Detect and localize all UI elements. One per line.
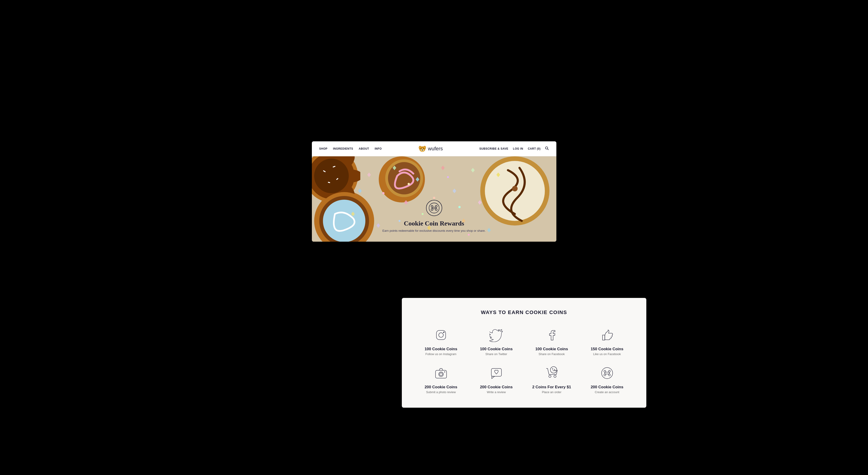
cookie-2-svg <box>383 157 425 199</box>
nav-subscribe[interactable]: SUBSCRIBE & SAVE <box>479 147 508 150</box>
site-logo[interactable]: wufers <box>418 145 443 153</box>
hero-section: Cookie Coin Rewards Earn points redeemab… <box>312 156 556 242</box>
svg-point-56 <box>435 209 437 211</box>
svg-point-72 <box>554 375 556 377</box>
earn-item-place-order-label: Place an order <box>542 390 561 394</box>
browser-card: SHOP INGREDIENTS ABOUT INFO <box>312 141 556 242</box>
svg-point-52 <box>429 203 439 213</box>
earn-item-instagram-coins: 100 Cookie Coins <box>425 347 457 351</box>
facebook-icon <box>545 328 559 342</box>
svg-point-22 <box>388 162 420 194</box>
earn-item-photo-review[interactable]: 200 Cookie Coins Submit a photo review <box>416 365 466 394</box>
svg-point-70 <box>555 370 555 371</box>
svg-point-76 <box>604 374 606 376</box>
svg-point-8 <box>422 150 423 150</box>
svg-point-68 <box>554 369 555 370</box>
earn-item-twitter[interactable]: 100 Cookie Coins Share on Twitter <box>471 327 522 356</box>
earn-item-facebook-share[interactable]: 100 Cookie Coins Share on Facebook <box>526 327 577 356</box>
earn-item-write-review-label: Write a review <box>487 390 506 394</box>
svg-point-71 <box>549 375 551 377</box>
svg-point-74 <box>604 370 606 372</box>
earn-item-twitter-label: Share on Twitter <box>485 352 507 356</box>
earn-item-write-review[interactable]: 200 Cookie Coins Write a review <box>471 365 522 394</box>
svg-rect-78 <box>605 372 610 374</box>
search-button[interactable] <box>545 147 549 151</box>
heart-message-icon-wrap <box>488 365 504 381</box>
earn-item-create-account-label: Create an account <box>595 390 619 394</box>
hero-content: Cookie Coin Rewards Earn points redeemab… <box>382 200 486 232</box>
svg-point-73 <box>601 368 613 379</box>
svg-point-77 <box>609 374 610 376</box>
earn-item-facebook-like-coins: 150 Cookie Coins <box>591 347 623 351</box>
logo-text: wufers <box>428 146 443 152</box>
svg-marker-40 <box>471 168 475 172</box>
twitter-icon <box>490 328 503 342</box>
earn-item-photo-review-coins: 200 Cookie Coins <box>425 385 457 389</box>
nav-about[interactable]: ABOUT <box>359 147 369 150</box>
svg-point-54 <box>435 205 437 207</box>
nav-left: SHOP INGREDIENTS ABOUT INFO <box>319 147 382 150</box>
svg-rect-61 <box>435 370 446 378</box>
svg-marker-37 <box>441 165 445 170</box>
camera-icon-wrap <box>433 365 449 381</box>
instagram-icon <box>434 328 448 342</box>
earn-item-instagram-label: Follow us on Instagram <box>425 352 456 356</box>
svg-point-60 <box>443 331 444 333</box>
nav-info[interactable]: INFO <box>375 147 382 150</box>
bone-icon <box>428 202 440 214</box>
earn-item-place-order[interactable]: 2 Coins For Every $1 Place an order <box>526 365 577 394</box>
earn-section-title: WAYS TO EARN COOKIE COINS <box>416 310 632 315</box>
svg-marker-29 <box>367 172 371 177</box>
earn-item-create-account[interactable]: 200 Cookie Coins Create an account <box>582 365 632 394</box>
nav-right: SUBSCRIBE & SAVE LOG IN CART (0) <box>479 147 549 151</box>
earn-item-twitter-coins: 100 Cookie Coins <box>480 347 513 351</box>
svg-point-66 <box>550 367 557 373</box>
earn-item-facebook-like-label: Like us on Facebook <box>593 352 621 356</box>
camera-icon <box>434 366 448 380</box>
twitter-icon-wrap <box>488 327 504 343</box>
earn-item-instagram[interactable]: 100 Cookie Coins Follow us on Instagram <box>416 327 466 356</box>
nav-login[interactable]: LOG IN <box>513 147 523 150</box>
facebook-icon-wrap <box>544 327 560 343</box>
svg-point-7 <box>423 148 424 149</box>
svg-point-63 <box>440 373 442 376</box>
earn-grid: 100 Cookie Coins Follow us on Instagram … <box>416 327 632 394</box>
earn-item-photo-review-label: Submit a photo review <box>426 390 456 394</box>
svg-point-28 <box>323 200 365 242</box>
svg-point-48 <box>433 197 435 199</box>
cookie-coin-icon-wrap <box>599 365 615 381</box>
svg-point-6 <box>421 148 422 149</box>
nav-shop[interactable]: SHOP <box>319 147 328 150</box>
earn-item-create-account-coins: 200 Cookie Coins <box>591 385 623 389</box>
hero-subtitle: Earn points redeemable for exclusive dis… <box>382 229 486 232</box>
svg-rect-65 <box>491 369 501 376</box>
shopping-cart-icon <box>545 366 559 380</box>
svg-point-59 <box>439 333 443 337</box>
search-icon <box>545 147 549 150</box>
heart-message-icon <box>490 366 503 380</box>
nav-cart[interactable]: CART (0) <box>528 147 540 150</box>
svg-point-51 <box>468 234 470 236</box>
svg-point-16 <box>314 159 349 193</box>
hero-title: Cookie Coin Rewards <box>382 220 486 227</box>
thumbs-up-icon <box>600 328 614 342</box>
svg-marker-32 <box>376 223 380 228</box>
svg-point-9 <box>546 147 548 149</box>
coin-icon <box>426 200 442 216</box>
cookie-3-svg <box>480 156 550 225</box>
earn-item-facebook-share-label: Share on Facebook <box>538 352 565 356</box>
svg-point-75 <box>609 370 610 372</box>
cookie-4-svg <box>314 191 374 242</box>
svg-line-10 <box>548 149 549 150</box>
earn-item-write-review-coins: 200 Cookie Coins <box>480 385 513 389</box>
svg-point-69 <box>553 370 553 371</box>
svg-point-53 <box>431 205 433 207</box>
earn-item-facebook-like[interactable]: 150 Cookie Coins Like us on Facebook <box>582 327 632 356</box>
nav-ingredients[interactable]: INGREDIENTS <box>333 147 353 150</box>
svg-point-64 <box>444 372 445 372</box>
svg-rect-58 <box>436 330 446 340</box>
svg-marker-42 <box>487 228 491 232</box>
earn-item-facebook-share-coins: 100 Cookie Coins <box>535 347 568 351</box>
svg-point-55 <box>431 209 433 211</box>
svg-rect-57 <box>432 207 436 209</box>
